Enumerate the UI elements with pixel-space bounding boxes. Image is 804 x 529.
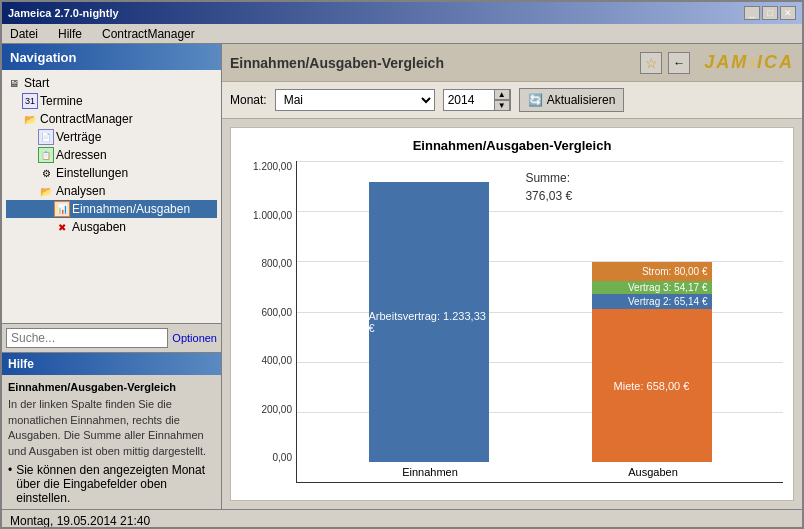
nav-item-ausgaben[interactable]: ✖ Ausgaben xyxy=(6,218,217,236)
y-label-600: 600,00 xyxy=(261,307,292,318)
monitor-icon: 🖥 xyxy=(6,75,22,91)
search-input[interactable] xyxy=(6,328,168,348)
folder-analysen-icon: 📂 xyxy=(38,183,54,199)
refresh-icon: 🔄 xyxy=(528,93,543,107)
monat-label: Monat: xyxy=(230,93,267,107)
chart-title: Einnahmen/Ausgaben-Vergleich xyxy=(241,138,783,153)
close-button[interactable]: ✕ xyxy=(780,6,796,20)
help-text: In der linken Spalte finden Sie die mona… xyxy=(8,397,215,459)
x-label-ausgaben: Ausgaben xyxy=(628,466,678,478)
y-label-400: 400,00 xyxy=(261,355,292,366)
vertrag3-label: Vertrag 3: 54,17 € xyxy=(628,282,708,293)
menu-hilfe[interactable]: Hilfe xyxy=(54,26,86,42)
vertrag2-label: Vertrag 2: 65,14 € xyxy=(628,296,708,307)
strom-label: Strom: 80,00 € xyxy=(642,266,708,277)
main-layout: Navigation 🖥 Start 31 Termine 📂 Contract… xyxy=(2,44,802,509)
bar-einnahmen-inner: Arbeitsvertrag: 1.233,33 € xyxy=(369,182,489,462)
y-label-200: 200,00 xyxy=(261,404,292,415)
status-text: Montag, 19.05.2014 21:40 xyxy=(10,514,150,528)
address-icon: 📋 xyxy=(38,147,54,163)
content-header: Einnahmen/Ausgaben-Vergleich ☆ ← JAM3ICA xyxy=(222,44,802,82)
menu-contractmanager[interactable]: ContractManager xyxy=(98,26,199,42)
refresh-button[interactable]: 🔄 Aktualisieren xyxy=(519,88,625,112)
monat-select[interactable]: Mai Januar Februar März April Juni Juli … xyxy=(275,89,435,111)
year-input[interactable] xyxy=(444,90,494,110)
chart-plot: Summe: 376,03 € Arbeitsvertrag: 1.233,33… xyxy=(296,161,783,483)
menu-bar: Datei Hilfe ContractManager xyxy=(2,24,802,44)
minimize-button[interactable]: _ xyxy=(744,6,760,20)
bar-segment-vertrag3: Vertrag 3: 54,17 € xyxy=(592,281,712,294)
bar-einnahmen-group: Arbeitsvertrag: 1.233,33 € xyxy=(369,182,489,462)
bar-einnahmen: Arbeitsvertrag: 1.233,33 € xyxy=(369,182,489,462)
x-labels: Einnahmen Ausgaben xyxy=(297,462,783,482)
sidebar: Navigation 🖥 Start 31 Termine 📂 Contract… xyxy=(2,44,222,509)
nav-item-start[interactable]: 🖥 Start xyxy=(6,74,217,92)
toolbar: Monat: Mai Januar Februar März April Jun… xyxy=(222,82,802,119)
page-title: Einnahmen/Ausgaben-Vergleich xyxy=(230,55,444,71)
year-up-arrow[interactable]: ▲ xyxy=(494,89,510,100)
search-area: Optionen xyxy=(2,323,221,352)
chart-container: Einnahmen/Ausgaben-Vergleich 1.200,00 1.… xyxy=(230,127,794,501)
help-section: Hilfe Einnahmen/Ausgaben-Vergleich In de… xyxy=(2,352,221,509)
chart-area: 1.200,00 1.000,00 800,00 600,00 400,00 2… xyxy=(241,161,783,483)
content-area: Einnahmen/Ausgaben-Vergleich ☆ ← JAM3ICA… xyxy=(222,44,802,509)
help-bullet: • Sie können den angezeigten Monat über … xyxy=(8,463,215,505)
year-arrows: ▲ ▼ xyxy=(494,89,510,111)
nav-item-analysen[interactable]: 📂 Analysen xyxy=(6,182,217,200)
search-box: Optionen xyxy=(6,328,217,348)
bullet-dot: • xyxy=(8,463,12,505)
window-controls[interactable]: _ □ ✕ xyxy=(744,6,796,20)
x-label-einnahmen: Einnahmen xyxy=(402,466,458,478)
bar-segment-strom: Strom: 80,00 € xyxy=(592,262,712,281)
miete-label: Miete: 658,00 € xyxy=(614,380,690,392)
nav-item-vertraege[interactable]: 📄 Verträge xyxy=(6,128,217,146)
nav-item-termine[interactable]: 31 Termine xyxy=(6,92,217,110)
bar-segment-vertrag2: Vertrag 2: 65,14 € xyxy=(592,294,712,309)
bar-ausgaben-stack: Miete: 658,00 € Vertrag 2: 65,14 € Vertr… xyxy=(592,262,712,462)
x-icon: ✖ xyxy=(54,219,70,235)
back-button[interactable]: ← xyxy=(668,52,690,74)
options-link[interactable]: Optionen xyxy=(172,332,217,344)
calendar-icon: 31 xyxy=(22,93,38,109)
nav-header: Navigation xyxy=(2,44,221,70)
y-label-1000: 1.000,00 xyxy=(253,210,292,221)
bars-area: Arbeitsvertrag: 1.233,33 € Miete: 658,00… xyxy=(297,161,783,462)
window-title: Jameica 2.7.0-nightly xyxy=(8,7,119,19)
y-label-800: 800,00 xyxy=(261,258,292,269)
header-right: ☆ ← JAM3ICA xyxy=(640,52,794,74)
year-input-group: ▲ ▼ xyxy=(443,89,511,111)
bar-segment-miete: Miete: 658,00 € xyxy=(592,309,712,462)
help-header: Hilfe xyxy=(2,353,221,375)
help-title: Einnahmen/Ausgaben-Vergleich xyxy=(8,381,215,393)
header-left: Einnahmen/Ausgaben-Vergleich xyxy=(230,55,444,71)
nav-item-einstellungen[interactable]: ⚙ Einstellungen xyxy=(6,164,217,182)
nav-item-adressen[interactable]: 📋 Adressen xyxy=(6,146,217,164)
maximize-button[interactable]: □ xyxy=(762,6,778,20)
chart-icon: 📊 xyxy=(54,201,70,217)
y-label-1200: 1.200,00 xyxy=(253,161,292,172)
settings-icon: ⚙ xyxy=(38,165,54,181)
folder-open-icon: 📂 xyxy=(22,111,38,127)
einnahmen-bar-label: Arbeitsvertrag: 1.233,33 € xyxy=(369,310,489,334)
bar-ausgaben-group: Miete: 658,00 € Vertrag 2: 65,14 € Vertr… xyxy=(592,262,712,462)
y-label-0: 0,00 xyxy=(273,452,292,463)
title-bar: Jameica 2.7.0-nightly _ □ ✕ xyxy=(2,2,802,24)
nav-tree: 🖥 Start 31 Termine 📂 ContractManager 📄 V… xyxy=(2,70,221,323)
help-bullet-text: Sie können den angezeigten Monat über di… xyxy=(16,463,215,505)
nav-item-einnahmen-ausgaben[interactable]: 📊 Einnahmen/Ausgaben xyxy=(6,200,217,218)
menu-datei[interactable]: Datei xyxy=(6,26,42,42)
contracts-icon: 📄 xyxy=(38,129,54,145)
nav-item-contractmanager[interactable]: 📂 ContractManager xyxy=(6,110,217,128)
bookmark-button[interactable]: ☆ xyxy=(640,52,662,74)
status-bar: Montag, 19.05.2014 21:40 xyxy=(2,509,802,529)
year-down-arrow[interactable]: ▼ xyxy=(494,100,510,111)
refresh-label: Aktualisieren xyxy=(547,93,616,107)
logo: JAM3ICA xyxy=(704,52,794,73)
y-axis: 1.200,00 1.000,00 800,00 600,00 400,00 2… xyxy=(241,161,296,483)
